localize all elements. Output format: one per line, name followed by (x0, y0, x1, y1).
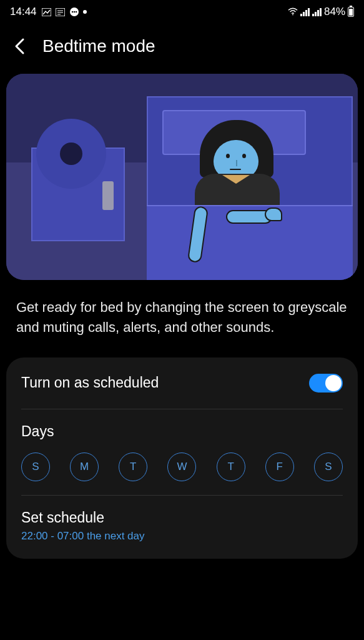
svg-point-7 (73, 11, 74, 12)
svg-point-9 (292, 14, 293, 16)
schedule-toggle-label: Turn on as scheduled (21, 374, 159, 391)
battery-percent: 84% (324, 6, 345, 18)
day-fri[interactable]: F (265, 452, 294, 481)
signal-icon-2 (312, 8, 322, 16)
description-text: Get ready for bed by changing the screen… (0, 280, 364, 358)
page-header: Bedtime mode (0, 24, 364, 74)
bedtime-illustration (6, 74, 358, 280)
news-icon (56, 7, 66, 17)
status-time: 14:44 (10, 6, 37, 18)
settings-card: Turn on as scheduled Days S M T W T F S … (6, 358, 358, 559)
wifi-icon (288, 7, 298, 17)
page-title: Bedtime mode (42, 36, 155, 56)
day-sat[interactable]: S (314, 452, 343, 481)
day-thu[interactable]: T (217, 452, 245, 481)
schedule-time: 22:00 - 07:00 the next day (21, 530, 343, 542)
back-button[interactable] (11, 38, 29, 55)
chat-icon (69, 7, 79, 17)
days-label: Days (21, 423, 343, 440)
day-sun[interactable]: S (21, 452, 50, 481)
day-mon[interactable]: M (70, 452, 99, 481)
day-wed[interactable]: W (167, 452, 196, 481)
days-row: S M T W T F S (21, 452, 343, 481)
battery-icon (348, 7, 354, 17)
day-tue[interactable]: T (119, 452, 147, 481)
schedule-toggle[interactable] (309, 374, 343, 392)
days-section: Days S M T W T F S (21, 409, 343, 496)
svg-point-6 (71, 11, 72, 12)
svg-point-8 (75, 11, 76, 12)
set-schedule-row[interactable]: Set schedule 22:00 - 07:00 the next day (21, 496, 343, 559)
status-bar: 14:44 84% (0, 0, 364, 24)
more-notifications-icon (83, 10, 87, 14)
schedule-toggle-row[interactable]: Turn on as scheduled (21, 358, 343, 409)
gallery-icon (42, 7, 52, 17)
set-schedule-label: Set schedule (21, 509, 343, 526)
signal-icon-1 (300, 8, 310, 16)
